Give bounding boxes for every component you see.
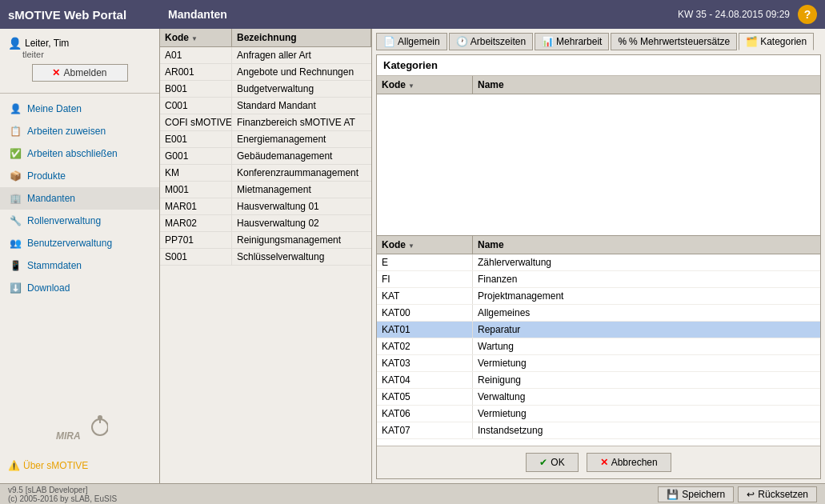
left-table-row[interactable]: C001Standard Mandant (160, 98, 371, 114)
content-area: Kode Bezeichnung A01Anfragen aller ArtAR… (160, 29, 825, 483)
sidebar-item-arbeiten-abschliessen[interactable]: ✅ Arbeiten abschließen (0, 142, 159, 165)
lower-table-header: Kode Name (377, 236, 820, 254)
kategorien-title: Kategorien (377, 55, 820, 76)
tab-mehrwertsteuer-label: % Mehrwertsteuersätze (629, 36, 730, 47)
lower-table-row[interactable]: KAT06Vermietung (377, 406, 820, 422)
left-table-row[interactable]: KMKonferenzraummanagement (160, 165, 371, 182)
tab-kategorien[interactable]: 🗂️ Kategorien (739, 33, 814, 50)
sidebar-label: Arbeiten abschließen (27, 148, 118, 159)
left-table-row[interactable]: MAR02Hausverwaltung 02 (160, 215, 371, 232)
assign-icon: 📋 (8, 124, 22, 138)
sidebar-item-meine-daten[interactable]: 👤 Meine Daten (0, 98, 159, 120)
right-content: Kategorien Kode Name (376, 54, 821, 479)
user-sub: tleiter (8, 50, 151, 59)
lower-name-header[interactable]: Name (473, 236, 820, 254)
left-panel: Kode Bezeichnung A01Anfragen aller ArtAR… (160, 29, 372, 483)
svg-point-3 (98, 415, 102, 420)
checkmark-icon: ✔ (539, 457, 547, 468)
upper-kode-header[interactable]: Kode (377, 76, 473, 94)
sidebar-label: Mandanten (27, 193, 75, 204)
sidebar-item-produkte[interactable]: 📦 Produkte (0, 165, 159, 187)
sidebar: 👤 Leiter, Tim tleiter ✕ Abmelden 👤 Meine… (0, 29, 160, 483)
lower-table-row[interactable]: FIFinanzen (377, 271, 820, 288)
sidebar-label: Benutzerverwaltung (27, 238, 112, 249)
left-table-row[interactable]: AR001Angebote und Rechnungen (160, 64, 371, 81)
lower-table-row[interactable]: EZählerverwaltung (377, 254, 820, 271)
left-table-row[interactable]: G001Gebäudemanagement (160, 148, 371, 165)
tabs-bar: 📄 Allgemein 🕐 Arbeitszeiten 📊 Mehrarbeit… (376, 33, 821, 50)
left-table-row[interactable]: M001Mietmanagement (160, 182, 371, 198)
x-icon: ✕ (52, 67, 60, 78)
left-table-row[interactable]: E001Energiemanagement (160, 131, 371, 148)
mandanten-icon: 🏢 (8, 191, 22, 206)
sidebar-item-download[interactable]: ⬇️ Download (0, 277, 159, 299)
reset-button[interactable]: ↩ Rücksetzen (738, 486, 817, 502)
kode-column-header[interactable]: Kode (160, 29, 232, 46)
lower-table-row[interactable]: KATProjektmanagement (377, 288, 820, 305)
info-icon[interactable]: ? (798, 5, 817, 24)
left-table-body: A01Anfragen aller ArtAR001Angebote und R… (160, 47, 371, 483)
roles-icon: 🔧 (8, 214, 22, 228)
lower-table: Kode Name EZählerverwaltungFIFinanzenKAT… (377, 236, 820, 446)
abbrechen-button[interactable]: ✕ Abbrechen (587, 453, 671, 472)
logout-button[interactable]: ✕ Abmelden (32, 64, 128, 82)
tab-arbeitszeiten-label: Arbeitszeiten (471, 36, 526, 47)
save-label: Speichern (682, 489, 725, 500)
tab-allgemein[interactable]: 📄 Allgemein (376, 33, 447, 50)
left-table-row[interactable]: PP701Reinigungsmanagement (160, 232, 371, 249)
percent-icon: % (618, 36, 627, 47)
products-icon: 📦 (8, 169, 22, 183)
sidebar-label: Stammdaten (27, 260, 82, 271)
left-table-row[interactable]: S001Schlüsselverwaltung (160, 249, 371, 266)
lower-table-row[interactable]: KAT05Verwaltung (377, 389, 820, 406)
sidebar-label: Meine Daten (27, 103, 82, 114)
sidebar-label: Produkte (27, 170, 66, 182)
upper-table-header: Kode Name (377, 76, 820, 94)
lower-table-row[interactable]: KAT02Wartung (377, 338, 820, 355)
about-label: Über sMOTIVE (23, 460, 88, 471)
tab-mehrwertsteuer[interactable]: % % Mehrwertsteuersätze (611, 33, 737, 50)
about-link[interactable]: ⚠️ Über sMOTIVE (8, 460, 151, 471)
disk-icon: 💾 (667, 489, 679, 500)
lower-table-row[interactable]: KAT03Vermietung (377, 355, 820, 372)
footer-buttons: 💾 Speichern ↩ Rücksetzen (658, 486, 817, 502)
upper-name-header[interactable]: Name (473, 76, 820, 94)
left-table-row[interactable]: COFI sMOTIVE ATFinanzbereich sMOTIVE AT (160, 114, 371, 131)
sidebar-label: Rollenverwaltung (27, 215, 101, 226)
bezeichnung-column-header[interactable]: Bezeichnung (232, 29, 371, 46)
sidebar-item-arbeiten-zuweisen[interactable]: 📋 Arbeiten zuweisen (0, 120, 159, 142)
ok-button[interactable]: ✔ OK (526, 453, 578, 472)
sidebar-item-mandanten[interactable]: 🏢 Mandanten (0, 187, 159, 210)
kategorien-icon: 🗂️ (746, 36, 758, 47)
lower-table-body: EZählerverwaltungFIFinanzenKATProjektman… (377, 254, 820, 446)
tab-mehrarbeit-label: Mehrarbeit (556, 36, 602, 47)
sidebar-item-benutzerverwaltung[interactable]: 👥 Benutzerverwaltung (0, 232, 159, 254)
sidebar-item-stammdaten[interactable]: 📱 Stammdaten (0, 254, 159, 277)
lower-table-row[interactable]: KAT01Reparatur (377, 322, 820, 338)
lower-table-row[interactable]: KAT04Reinigung (377, 372, 820, 389)
tab-mehrarbeit[interactable]: 📊 Mehrarbeit (535, 33, 609, 50)
lower-kode-header[interactable]: Kode (377, 236, 473, 254)
dialog-buttons: ✔ OK ✕ Abbrechen (377, 446, 820, 478)
reset-label: Rücksetzen (758, 489, 808, 500)
mira-logo: MIRA (8, 411, 151, 456)
ok-label: OK (551, 457, 564, 468)
left-table-row[interactable]: MAR01Hausverwaltung 01 (160, 198, 371, 215)
sidebar-label: Download (27, 282, 70, 294)
sidebar-item-rollenverwaltung[interactable]: 🔧 Rollenverwaltung (0, 210, 159, 232)
document-icon: 📄 (383, 36, 395, 47)
left-table-row[interactable]: B001Budgetverwaltung (160, 81, 371, 98)
user-icon: 👤 (8, 37, 22, 50)
data-icon: 📱 (8, 258, 22, 273)
lower-table-row[interactable]: KAT00Allgemeines (377, 305, 820, 322)
footer-version: v9.5 [sLAB Developer] (8, 486, 117, 494)
tab-kategorien-label: Kategorien (760, 36, 807, 47)
user-name: 👤 Leiter, Tim (8, 37, 151, 50)
tab-arbeitszeiten[interactable]: 🕐 Arbeitszeiten (449, 33, 533, 50)
lower-table-row[interactable]: KAT07Instandsetzung (377, 422, 820, 439)
lower-kode-sort (408, 239, 415, 250)
save-button[interactable]: 💾 Speichern (658, 486, 734, 502)
table-icon: 📊 (542, 36, 554, 47)
left-table-row[interactable]: A01Anfragen aller Art (160, 47, 371, 64)
upper-kode-sort (408, 79, 415, 90)
